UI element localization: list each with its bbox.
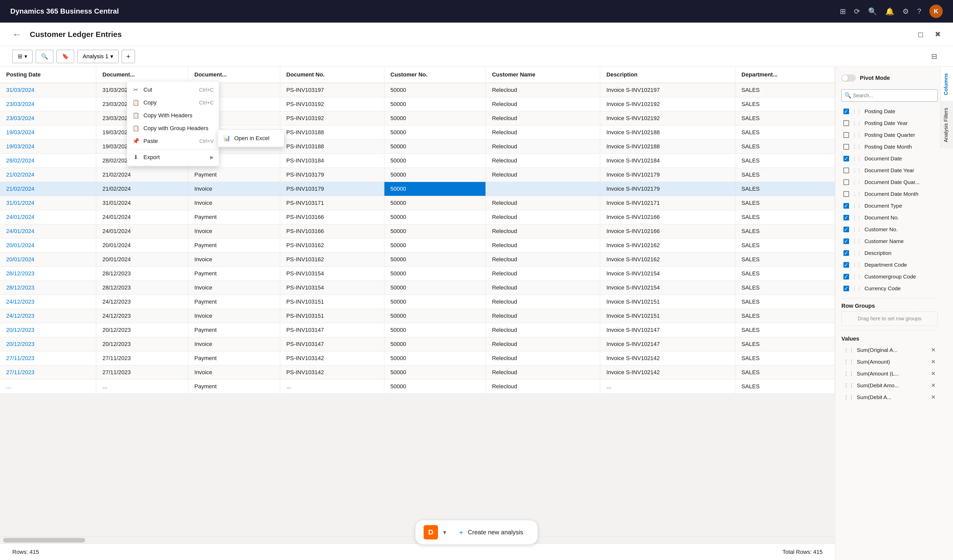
column-list-item[interactable]: ✓⋮⋮Description <box>841 247 937 259</box>
column-list-item[interactable]: ✓⋮⋮Department Code <box>841 259 937 270</box>
ctx-paste[interactable]: 📌 Paste Ctrl+V <box>127 135 219 147</box>
column-list-item[interactable]: ✓⋮⋮Currency Code <box>841 283 937 294</box>
col-header-document-1[interactable]: Document... <box>96 67 188 83</box>
drag-handle-icon[interactable]: ⋮⋮ <box>852 274 861 279</box>
bell-icon[interactable]: 🔔 <box>885 7 894 16</box>
column-list-item[interactable]: ⋮⋮Posting Date Quarter <box>841 129 937 141</box>
col-checkbox[interactable]: ✓ <box>843 203 849 209</box>
col-checkbox[interactable]: ✓ <box>843 215 849 220</box>
column-list-item[interactable]: ✓⋮⋮Document Date <box>841 153 937 164</box>
column-list-item[interactable]: ⋮⋮Document Date Year <box>841 165 937 176</box>
grid-icon[interactable]: ⊞ <box>840 7 846 16</box>
settings-icon[interactable]: ⚙ <box>902 7 909 16</box>
col-header-customer-no[interactable]: Customer No. <box>384 67 486 83</box>
col-header-document-no[interactable]: Document No. <box>280 67 384 83</box>
col-header-description[interactable]: Description <box>600 67 735 83</box>
table-cell[interactable]: 50000 <box>384 267 486 281</box>
remove-value-button[interactable]: ✕ <box>931 394 936 401</box>
table-cell[interactable]: 50000 <box>384 253 486 267</box>
bottom-logo[interactable]: D <box>424 525 438 540</box>
remove-value-button[interactable]: ✕ <box>931 370 936 377</box>
column-list-item[interactable]: ✓⋮⋮Customergroup Code <box>841 271 937 282</box>
value-drag-handle-icon[interactable]: ⋮⋮ <box>843 394 854 400</box>
table-cell[interactable]: 50000 <box>384 337 486 351</box>
table-cell[interactable]: 50000 <box>384 112 486 126</box>
table-cell[interactable]: 50000 <box>384 224 486 239</box>
table-cell[interactable]: 50000 <box>384 239 486 253</box>
value-drag-handle-icon[interactable]: ⋮⋮ <box>843 382 854 389</box>
value-drag-handle-icon[interactable]: ⋮⋮ <box>843 371 854 377</box>
remove-value-button[interactable]: ✕ <box>931 347 936 354</box>
analysis-tab-button[interactable]: Analysis 1 ▾ <box>77 50 118 63</box>
drag-handle-icon[interactable]: ⋮⋮ <box>852 262 861 268</box>
table-cell[interactable]: 50000 <box>384 210 486 224</box>
create-analysis-button[interactable]: ＋ Create new analysis <box>452 524 529 540</box>
ctx-cut[interactable]: ✂ Cut Ctrl+C <box>127 84 219 96</box>
ctx-copy-group-headers[interactable]: 📋 Copy with Group Headers <box>127 122 219 135</box>
ctx-open-excel[interactable]: 📊 Open in Excel <box>218 132 284 145</box>
drag-handle-icon[interactable]: ⋮⋮ <box>852 203 861 209</box>
view-button[interactable]: ⊞ ▾ <box>12 50 33 63</box>
table-cell[interactable]: 50000 <box>384 323 486 337</box>
tab-columns[interactable]: Columns <box>941 67 953 101</box>
drag-handle-icon[interactable]: ⋮⋮ <box>852 179 861 185</box>
table-cell[interactable]: 50000 <box>384 366 486 380</box>
col-header-posting-date[interactable]: Posting Date <box>0 67 96 83</box>
drag-handle-icon[interactable]: ⋮⋮ <box>852 168 861 173</box>
value-list-item[interactable]: ⋮⋮Sum(Original A...✕ <box>841 344 937 356</box>
table-cell[interactable]: 50000 <box>384 154 486 168</box>
col-checkbox[interactable] <box>843 144 849 150</box>
value-list-item[interactable]: ⋮⋮Sum(Debit Amo...✕ <box>841 380 937 391</box>
drag-handle-icon[interactable]: ⋮⋮ <box>852 144 861 150</box>
drag-handle-icon[interactable]: ⋮⋮ <box>852 226 861 232</box>
col-checkbox[interactable]: ✓ <box>843 250 849 256</box>
col-checkbox[interactable]: ✓ <box>843 156 849 161</box>
table-scroll[interactable]: Posting Date Document... Document... Doc… <box>0 67 835 537</box>
table-cell[interactable]: 50000 <box>384 281 486 295</box>
column-list-item[interactable]: ⋮⋮Document Date Quar... <box>841 177 937 188</box>
bookmark-button[interactable]: 🔖 <box>56 50 74 63</box>
table-cell[interactable]: 50000 <box>384 196 486 210</box>
ctx-copy[interactable]: 📋 Copy Ctrl+C <box>127 96 219 109</box>
table-cell[interactable]: 50000 <box>384 295 486 309</box>
column-list-item[interactable]: ✓⋮⋮Posting Date <box>841 106 937 117</box>
table-cell[interactable]: 50000 <box>384 351 486 366</box>
column-list-item[interactable]: ⋮⋮Posting Date Year <box>841 118 937 129</box>
drag-handle-icon[interactable]: ⋮⋮ <box>852 285 861 291</box>
remove-value-button[interactable]: ✕ <box>931 382 936 389</box>
search-icon[interactable]: 🔍 <box>868 7 877 16</box>
value-list-item[interactable]: ⋮⋮Sum(Amount (L...✕ <box>841 368 937 380</box>
table-cell[interactable]: 50000 <box>384 380 486 394</box>
column-list-item[interactable]: ✓⋮⋮Document No. <box>841 212 937 223</box>
table-cell[interactable]: 50000 <box>384 83 486 97</box>
col-header-document-2[interactable]: Document... <box>188 67 280 83</box>
col-checkbox[interactable]: ✓ <box>843 109 849 114</box>
column-list-item[interactable]: ✓⋮⋮Customer Name <box>841 236 937 247</box>
pivot-mode-toggle[interactable] <box>841 74 856 82</box>
col-header-department[interactable]: Department... <box>735 67 835 83</box>
value-list-item[interactable]: ⋮⋮Sum(Debit A...✕ <box>841 391 937 403</box>
col-checkbox[interactable] <box>843 191 849 197</box>
search-button[interactable]: 🔍 <box>36 50 53 63</box>
col-checkbox[interactable]: ✓ <box>843 274 849 279</box>
drag-handle-icon[interactable]: ⋮⋮ <box>852 156 861 161</box>
column-search-input[interactable] <box>841 89 937 102</box>
column-list-item[interactable]: ⋮⋮Document Date Month <box>841 188 937 200</box>
bottom-chevron[interactable]: ▾ <box>443 529 446 536</box>
help-icon[interactable]: ? <box>917 7 921 16</box>
value-list-item[interactable]: ⋮⋮Sum(Amount)✕ <box>841 356 937 368</box>
col-checkbox[interactable]: ✓ <box>843 239 849 244</box>
col-checkbox[interactable]: ✓ <box>843 226 849 232</box>
col-checkbox[interactable] <box>843 168 849 173</box>
table-cell[interactable]: 50000 <box>384 182 486 196</box>
value-drag-handle-icon[interactable]: ⋮⋮ <box>843 347 854 353</box>
table-cell[interactable]: 50000 <box>384 126 486 140</box>
collapse-icon[interactable]: ✖ <box>935 30 941 39</box>
drag-handle-icon[interactable]: ⋮⋮ <box>852 191 861 197</box>
expand-icon[interactable]: ◻ <box>917 30 924 39</box>
drag-handle-icon[interactable]: ⋮⋮ <box>852 120 861 126</box>
ctx-export[interactable]: ⬇ Export ▶ <box>127 151 219 164</box>
col-header-customer-name[interactable]: Customer Name <box>486 67 600 83</box>
add-analysis-button[interactable]: + <box>122 50 135 63</box>
column-list-item[interactable]: ✓⋮⋮Document Type <box>841 200 937 211</box>
